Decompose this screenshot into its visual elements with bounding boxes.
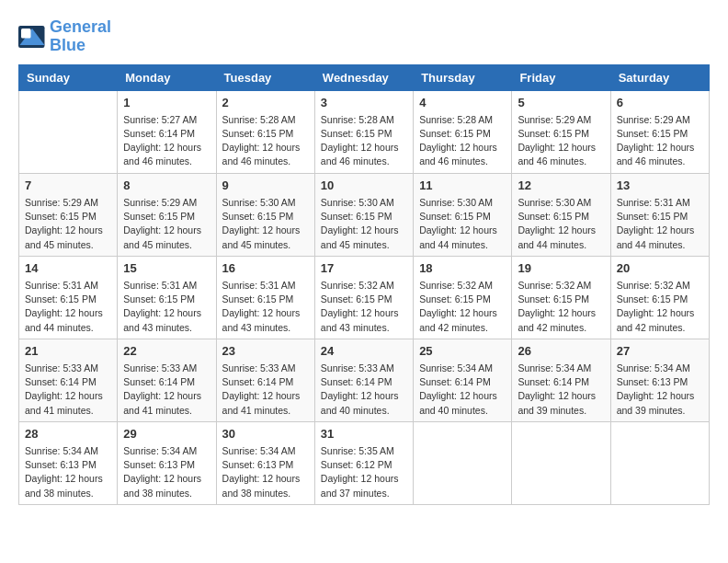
week-row-5: 28Sunrise: 5:34 AMSunset: 6:13 PMDayligh… (19, 421, 710, 504)
day-info: Sunrise: 5:32 AMSunset: 6:15 PMDaylight:… (321, 279, 407, 335)
calendar-table: SundayMondayTuesdayWednesdayThursdayFrid… (18, 64, 710, 505)
day-cell (610, 421, 709, 504)
day-info: Sunrise: 5:27 AMSunset: 6:14 PMDaylight:… (123, 113, 210, 169)
day-info: Sunrise: 5:33 AMSunset: 6:14 PMDaylight:… (222, 362, 309, 418)
day-info: Sunrise: 5:32 AMSunset: 6:15 PMDaylight:… (518, 279, 604, 335)
day-info: Sunrise: 5:28 AMSunset: 6:15 PMDaylight:… (321, 113, 407, 169)
day-cell: 3Sunrise: 5:28 AMSunset: 6:15 PMDaylight… (314, 90, 413, 173)
day-info: Sunrise: 5:30 AMSunset: 6:15 PMDaylight:… (419, 196, 506, 252)
day-info: Sunrise: 5:34 AMSunset: 6:13 PMDaylight:… (222, 444, 309, 500)
day-number: 3 (321, 95, 407, 111)
week-row-3: 14Sunrise: 5:31 AMSunset: 6:15 PMDayligh… (19, 256, 710, 339)
day-cell: 13Sunrise: 5:31 AMSunset: 6:15 PMDayligh… (610, 173, 709, 256)
day-info: Sunrise: 5:29 AMSunset: 6:15 PMDaylight:… (123, 196, 210, 252)
day-number: 15 (123, 260, 210, 277)
week-row-4: 21Sunrise: 5:33 AMSunset: 6:14 PMDayligh… (19, 339, 710, 421)
day-number: 21 (25, 343, 111, 360)
day-info: Sunrise: 5:34 AMSunset: 6:13 PMDaylight:… (123, 444, 210, 500)
day-cell: 21Sunrise: 5:33 AMSunset: 6:14 PMDayligh… (19, 339, 118, 421)
day-info: Sunrise: 5:29 AMSunset: 6:15 PMDaylight:… (25, 196, 111, 252)
day-info: Sunrise: 5:30 AMSunset: 6:15 PMDaylight:… (321, 196, 407, 252)
day-info: Sunrise: 5:32 AMSunset: 6:15 PMDaylight:… (419, 279, 506, 335)
day-cell: 29Sunrise: 5:34 AMSunset: 6:13 PMDayligh… (118, 421, 216, 504)
page-header: General Blue (18, 18, 710, 55)
day-cell: 25Sunrise: 5:34 AMSunset: 6:14 PMDayligh… (414, 339, 512, 421)
day-cell: 7Sunrise: 5:29 AMSunset: 6:15 PMDaylight… (19, 173, 118, 256)
logo-icon (18, 26, 46, 48)
day-info: Sunrise: 5:34 AMSunset: 6:14 PMDaylight:… (419, 362, 506, 418)
week-row-1: 1Sunrise: 5:27 AMSunset: 6:14 PMDaylight… (19, 90, 710, 173)
day-cell: 28Sunrise: 5:34 AMSunset: 6:13 PMDayligh… (19, 421, 118, 504)
day-cell: 14Sunrise: 5:31 AMSunset: 6:15 PMDayligh… (19, 256, 118, 339)
day-number: 4 (419, 95, 506, 111)
day-number: 6 (617, 95, 703, 111)
day-number: 2 (222, 95, 309, 111)
day-cell: 2Sunrise: 5:28 AMSunset: 6:15 PMDaylight… (216, 90, 314, 173)
day-number: 11 (419, 178, 506, 194)
day-number: 20 (617, 260, 703, 277)
day-cell (414, 421, 512, 504)
day-cell: 31Sunrise: 5:35 AMSunset: 6:12 PMDayligh… (314, 421, 413, 504)
day-cell: 9Sunrise: 5:30 AMSunset: 6:15 PMDaylight… (216, 173, 314, 256)
day-cell: 24Sunrise: 5:33 AMSunset: 6:14 PMDayligh… (314, 339, 413, 421)
day-cell: 1Sunrise: 5:27 AMSunset: 6:14 PMDaylight… (118, 90, 216, 173)
day-number: 24 (321, 343, 407, 360)
day-cell: 5Sunrise: 5:29 AMSunset: 6:15 PMDaylight… (512, 90, 610, 173)
day-number: 17 (321, 260, 407, 277)
day-info: Sunrise: 5:29 AMSunset: 6:15 PMDaylight:… (617, 113, 703, 169)
day-cell: 18Sunrise: 5:32 AMSunset: 6:15 PMDayligh… (414, 256, 512, 339)
day-cell: 16Sunrise: 5:31 AMSunset: 6:15 PMDayligh… (216, 256, 314, 339)
day-number: 9 (222, 178, 309, 194)
day-cell: 15Sunrise: 5:31 AMSunset: 6:15 PMDayligh… (118, 256, 216, 339)
day-cell: 10Sunrise: 5:30 AMSunset: 6:15 PMDayligh… (314, 173, 413, 256)
day-cell: 30Sunrise: 5:34 AMSunset: 6:13 PMDayligh… (216, 421, 314, 504)
day-info: Sunrise: 5:31 AMSunset: 6:15 PMDaylight:… (25, 279, 111, 335)
svg-rect-2 (21, 29, 31, 39)
day-number: 22 (123, 343, 210, 360)
col-header-wednesday: Wednesday (314, 64, 413, 90)
day-number: 29 (123, 426, 210, 442)
day-cell: 12Sunrise: 5:30 AMSunset: 6:15 PMDayligh… (512, 173, 610, 256)
day-cell: 23Sunrise: 5:33 AMSunset: 6:14 PMDayligh… (216, 339, 314, 421)
day-info: Sunrise: 5:32 AMSunset: 6:15 PMDaylight:… (617, 279, 703, 335)
day-info: Sunrise: 5:29 AMSunset: 6:15 PMDaylight:… (518, 113, 604, 169)
day-number: 5 (518, 95, 604, 111)
day-cell: 20Sunrise: 5:32 AMSunset: 6:15 PMDayligh… (610, 256, 709, 339)
logo: General Blue (18, 18, 111, 55)
day-info: Sunrise: 5:30 AMSunset: 6:15 PMDaylight:… (222, 196, 309, 252)
col-header-thursday: Thursday (414, 64, 512, 90)
day-cell: 27Sunrise: 5:34 AMSunset: 6:13 PMDayligh… (610, 339, 709, 421)
day-cell: 11Sunrise: 5:30 AMSunset: 6:15 PMDayligh… (414, 173, 512, 256)
logo-text: General Blue (50, 18, 111, 55)
day-number: 18 (419, 260, 506, 277)
header-row: SundayMondayTuesdayWednesdayThursdayFrid… (19, 64, 710, 90)
day-number: 16 (222, 260, 309, 277)
day-cell: 19Sunrise: 5:32 AMSunset: 6:15 PMDayligh… (512, 256, 610, 339)
day-number: 26 (518, 343, 604, 360)
day-info: Sunrise: 5:35 AMSunset: 6:12 PMDaylight:… (321, 444, 407, 500)
week-row-2: 7Sunrise: 5:29 AMSunset: 6:15 PMDaylight… (19, 173, 710, 256)
day-number: 19 (518, 260, 604, 277)
day-number: 28 (25, 426, 111, 442)
day-cell: 6Sunrise: 5:29 AMSunset: 6:15 PMDaylight… (610, 90, 709, 173)
day-number: 7 (25, 178, 111, 194)
day-number: 13 (617, 178, 703, 194)
day-info: Sunrise: 5:30 AMSunset: 6:15 PMDaylight:… (518, 196, 604, 252)
day-info: Sunrise: 5:34 AMSunset: 6:13 PMDaylight:… (25, 444, 111, 500)
day-number: 1 (123, 95, 210, 111)
day-cell: 4Sunrise: 5:28 AMSunset: 6:15 PMDaylight… (414, 90, 512, 173)
day-cell: 17Sunrise: 5:32 AMSunset: 6:15 PMDayligh… (314, 256, 413, 339)
day-info: Sunrise: 5:31 AMSunset: 6:15 PMDaylight:… (123, 279, 210, 335)
day-info: Sunrise: 5:33 AMSunset: 6:14 PMDaylight:… (321, 362, 407, 418)
day-cell: 8Sunrise: 5:29 AMSunset: 6:15 PMDaylight… (118, 173, 216, 256)
day-number: 30 (222, 426, 309, 442)
day-number: 31 (321, 426, 407, 442)
col-header-sunday: Sunday (19, 64, 118, 90)
day-number: 27 (617, 343, 703, 360)
day-info: Sunrise: 5:33 AMSunset: 6:14 PMDaylight:… (25, 362, 111, 418)
day-info: Sunrise: 5:34 AMSunset: 6:14 PMDaylight:… (518, 362, 604, 418)
col-header-tuesday: Tuesday (216, 64, 314, 90)
day-number: 12 (518, 178, 604, 194)
day-info: Sunrise: 5:28 AMSunset: 6:15 PMDaylight:… (419, 113, 506, 169)
col-header-friday: Friday (512, 64, 610, 90)
